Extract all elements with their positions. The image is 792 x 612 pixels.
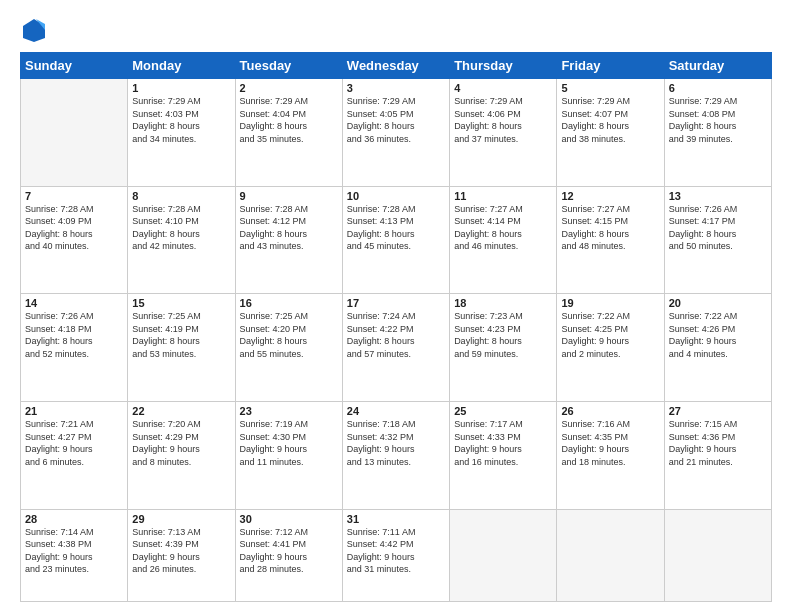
day-info: Sunrise: 7:11 AMSunset: 4:42 PMDaylight:… [347,526,445,576]
calendar-cell: 24Sunrise: 7:18 AMSunset: 4:32 PMDayligh… [342,401,449,509]
day-info: Sunrise: 7:19 AMSunset: 4:30 PMDaylight:… [240,418,338,468]
calendar-cell: 30Sunrise: 7:12 AMSunset: 4:41 PMDayligh… [235,509,342,601]
day-info: Sunrise: 7:27 AMSunset: 4:15 PMDaylight:… [561,203,659,253]
day-header-thursday: Thursday [450,53,557,79]
day-header-monday: Monday [128,53,235,79]
calendar-cell: 27Sunrise: 7:15 AMSunset: 4:36 PMDayligh… [664,401,771,509]
day-info: Sunrise: 7:12 AMSunset: 4:41 PMDaylight:… [240,526,338,576]
day-number: 8 [132,190,230,202]
day-number: 23 [240,405,338,417]
day-number: 28 [25,513,123,525]
day-info: Sunrise: 7:14 AMSunset: 4:38 PMDaylight:… [25,526,123,576]
day-number: 11 [454,190,552,202]
day-info: Sunrise: 7:25 AMSunset: 4:20 PMDaylight:… [240,310,338,360]
day-number: 31 [347,513,445,525]
day-info: Sunrise: 7:27 AMSunset: 4:14 PMDaylight:… [454,203,552,253]
day-info: Sunrise: 7:28 AMSunset: 4:13 PMDaylight:… [347,203,445,253]
day-number: 12 [561,190,659,202]
calendar-cell: 10Sunrise: 7:28 AMSunset: 4:13 PMDayligh… [342,186,449,294]
calendar-cell: 21Sunrise: 7:21 AMSunset: 4:27 PMDayligh… [21,401,128,509]
calendar-cell: 6Sunrise: 7:29 AMSunset: 4:08 PMDaylight… [664,79,771,187]
day-number: 2 [240,82,338,94]
day-number: 15 [132,297,230,309]
calendar-cell: 9Sunrise: 7:28 AMSunset: 4:12 PMDaylight… [235,186,342,294]
logo-icon [20,16,48,44]
day-number: 29 [132,513,230,525]
calendar-cell: 17Sunrise: 7:24 AMSunset: 4:22 PMDayligh… [342,294,449,402]
day-header-wednesday: Wednesday [342,53,449,79]
day-number: 13 [669,190,767,202]
calendar-cell: 7Sunrise: 7:28 AMSunset: 4:09 PMDaylight… [21,186,128,294]
day-number: 21 [25,405,123,417]
calendar-cell: 12Sunrise: 7:27 AMSunset: 4:15 PMDayligh… [557,186,664,294]
calendar-cell: 19Sunrise: 7:22 AMSunset: 4:25 PMDayligh… [557,294,664,402]
day-info: Sunrise: 7:17 AMSunset: 4:33 PMDaylight:… [454,418,552,468]
day-info: Sunrise: 7:16 AMSunset: 4:35 PMDaylight:… [561,418,659,468]
calendar-table: SundayMondayTuesdayWednesdayThursdayFrid… [20,52,772,602]
day-number: 6 [669,82,767,94]
day-number: 10 [347,190,445,202]
day-header-tuesday: Tuesday [235,53,342,79]
day-info: Sunrise: 7:29 AMSunset: 4:07 PMDaylight:… [561,95,659,145]
day-info: Sunrise: 7:23 AMSunset: 4:23 PMDaylight:… [454,310,552,360]
calendar-cell: 3Sunrise: 7:29 AMSunset: 4:05 PMDaylight… [342,79,449,187]
calendar-cell: 8Sunrise: 7:28 AMSunset: 4:10 PMDaylight… [128,186,235,294]
week-row-1: 1Sunrise: 7:29 AMSunset: 4:03 PMDaylight… [21,79,772,187]
day-info: Sunrise: 7:22 AMSunset: 4:25 PMDaylight:… [561,310,659,360]
day-info: Sunrise: 7:28 AMSunset: 4:12 PMDaylight:… [240,203,338,253]
page: SundayMondayTuesdayWednesdayThursdayFrid… [0,0,792,612]
week-row-5: 28Sunrise: 7:14 AMSunset: 4:38 PMDayligh… [21,509,772,601]
day-number: 16 [240,297,338,309]
day-number: 9 [240,190,338,202]
day-info: Sunrise: 7:21 AMSunset: 4:27 PMDaylight:… [25,418,123,468]
day-info: Sunrise: 7:13 AMSunset: 4:39 PMDaylight:… [132,526,230,576]
day-header-saturday: Saturday [664,53,771,79]
calendar-cell: 22Sunrise: 7:20 AMSunset: 4:29 PMDayligh… [128,401,235,509]
calendar-cell: 18Sunrise: 7:23 AMSunset: 4:23 PMDayligh… [450,294,557,402]
week-row-2: 7Sunrise: 7:28 AMSunset: 4:09 PMDaylight… [21,186,772,294]
calendar-cell: 20Sunrise: 7:22 AMSunset: 4:26 PMDayligh… [664,294,771,402]
day-info: Sunrise: 7:28 AMSunset: 4:10 PMDaylight:… [132,203,230,253]
calendar-cell: 29Sunrise: 7:13 AMSunset: 4:39 PMDayligh… [128,509,235,601]
day-info: Sunrise: 7:29 AMSunset: 4:04 PMDaylight:… [240,95,338,145]
calendar-cell: 4Sunrise: 7:29 AMSunset: 4:06 PMDaylight… [450,79,557,187]
calendar-cell: 28Sunrise: 7:14 AMSunset: 4:38 PMDayligh… [21,509,128,601]
calendar-cell: 15Sunrise: 7:25 AMSunset: 4:19 PMDayligh… [128,294,235,402]
day-info: Sunrise: 7:29 AMSunset: 4:03 PMDaylight:… [132,95,230,145]
calendar-cell: 23Sunrise: 7:19 AMSunset: 4:30 PMDayligh… [235,401,342,509]
day-number: 26 [561,405,659,417]
day-number: 17 [347,297,445,309]
day-number: 7 [25,190,123,202]
day-number: 18 [454,297,552,309]
day-info: Sunrise: 7:26 AMSunset: 4:18 PMDaylight:… [25,310,123,360]
day-number: 25 [454,405,552,417]
week-row-3: 14Sunrise: 7:26 AMSunset: 4:18 PMDayligh… [21,294,772,402]
calendar-cell: 2Sunrise: 7:29 AMSunset: 4:04 PMDaylight… [235,79,342,187]
calendar-cell: 13Sunrise: 7:26 AMSunset: 4:17 PMDayligh… [664,186,771,294]
header-row: SundayMondayTuesdayWednesdayThursdayFrid… [21,53,772,79]
calendar-cell: 16Sunrise: 7:25 AMSunset: 4:20 PMDayligh… [235,294,342,402]
day-number: 24 [347,405,445,417]
calendar-cell [557,509,664,601]
header [20,16,772,44]
day-number: 14 [25,297,123,309]
calendar-cell: 1Sunrise: 7:29 AMSunset: 4:03 PMDaylight… [128,79,235,187]
day-info: Sunrise: 7:28 AMSunset: 4:09 PMDaylight:… [25,203,123,253]
day-info: Sunrise: 7:20 AMSunset: 4:29 PMDaylight:… [132,418,230,468]
week-row-4: 21Sunrise: 7:21 AMSunset: 4:27 PMDayligh… [21,401,772,509]
day-info: Sunrise: 7:15 AMSunset: 4:36 PMDaylight:… [669,418,767,468]
day-info: Sunrise: 7:24 AMSunset: 4:22 PMDaylight:… [347,310,445,360]
calendar-cell: 11Sunrise: 7:27 AMSunset: 4:14 PMDayligh… [450,186,557,294]
day-header-sunday: Sunday [21,53,128,79]
day-info: Sunrise: 7:18 AMSunset: 4:32 PMDaylight:… [347,418,445,468]
day-number: 27 [669,405,767,417]
calendar-cell: 26Sunrise: 7:16 AMSunset: 4:35 PMDayligh… [557,401,664,509]
calendar-cell: 14Sunrise: 7:26 AMSunset: 4:18 PMDayligh… [21,294,128,402]
day-header-friday: Friday [557,53,664,79]
day-info: Sunrise: 7:22 AMSunset: 4:26 PMDaylight:… [669,310,767,360]
logo [20,16,52,44]
calendar-cell [664,509,771,601]
calendar-cell: 5Sunrise: 7:29 AMSunset: 4:07 PMDaylight… [557,79,664,187]
day-number: 1 [132,82,230,94]
day-info: Sunrise: 7:29 AMSunset: 4:05 PMDaylight:… [347,95,445,145]
